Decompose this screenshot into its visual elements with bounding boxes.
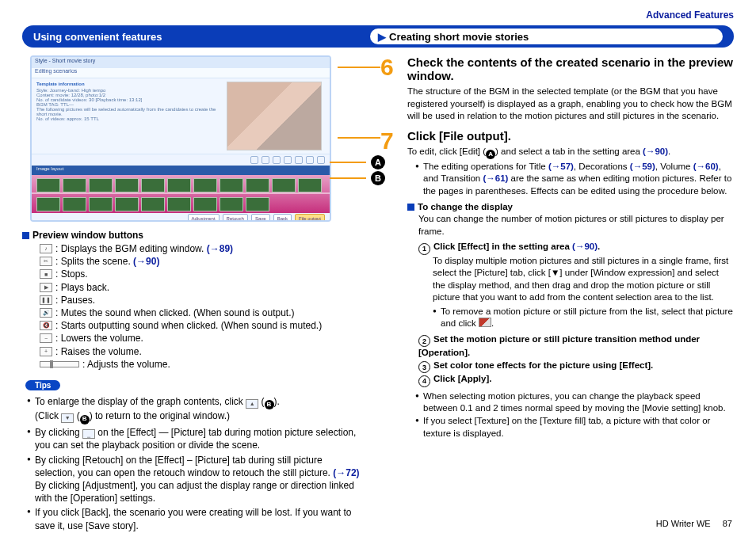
bgm-count: No. of videos: approx. 15 TTL xyxy=(36,116,222,121)
substep-1: 1Click [Effect] in the setting area (→90… xyxy=(418,241,734,330)
timeline-icon: ⎯ xyxy=(82,429,95,439)
banner-right-title: ▶ Creating short movie stories xyxy=(370,29,723,44)
substep-2: 2Set the motion picture or still picture… xyxy=(418,333,734,360)
step-7-body: To edit, click [Edit] (A) and select a t… xyxy=(407,146,734,440)
split-icon: ✂ xyxy=(40,257,52,266)
step-7: 7 Click [File output]. To edit, click [E… xyxy=(380,129,734,440)
page-number: 87 xyxy=(723,519,732,528)
banner-left-title: Using convenient features xyxy=(33,31,370,43)
step-7-title: Click [File output]. xyxy=(407,129,734,143)
screenshot-figure: Style - Short movie story Editing scenar… xyxy=(22,55,363,230)
substep-1-sub: To remove a motion picture or still pict… xyxy=(433,306,734,330)
preview-buttons-heading: Preview window buttons xyxy=(22,230,363,241)
control-icon xyxy=(262,156,269,164)
play-icon: ▶ xyxy=(40,283,52,292)
bgm-note: The following pictures will be selected … xyxy=(36,107,222,116)
callout-a-ref: A xyxy=(486,150,495,159)
section-header: Advanced Features xyxy=(22,10,734,21)
graph-label: Image layout xyxy=(32,166,330,175)
chapter-banner: Using convenient features ▶ Creating sho… xyxy=(22,25,734,48)
step7-note-edit-ops: The editing operations for Title (→57), … xyxy=(415,161,734,198)
mute-icon: 🔊 xyxy=(40,308,52,318)
banner-subtitle: Creating short movie stories xyxy=(389,31,529,43)
tips-badge: Tips xyxy=(25,380,60,390)
control-icon xyxy=(273,156,281,164)
b10-text: : Adjusts the volume. xyxy=(82,358,170,371)
connector-line xyxy=(338,67,380,68)
preview-buttons-list: ♪: Displays the BGM editing window. (→89… xyxy=(40,242,363,371)
save-button: Save xyxy=(251,214,270,222)
vol-slider-icon xyxy=(40,361,79,367)
window-titlebar: Style - Short movie story xyxy=(32,57,330,68)
ref-61[interactable]: (→61) xyxy=(483,173,508,183)
substep-3: 3Set color tone effects for the picture … xyxy=(418,360,734,374)
ref-90c[interactable]: (→90) xyxy=(572,242,598,251)
bottom-button-row: Adjustment Retouch Save Back File output xyxy=(32,213,330,222)
bgm-graph-area xyxy=(32,175,330,213)
ref-89[interactable]: (→89) xyxy=(207,243,233,254)
ref-57[interactable]: (→57) xyxy=(548,162,574,171)
tip-4: If you click [Back], the scenario you we… xyxy=(27,506,363,531)
substep-4: 4Click [Apply]. xyxy=(418,373,734,387)
panel-title: Template information xyxy=(36,82,222,86)
step-6: 6 Check the contents of the created scen… xyxy=(380,55,734,123)
triangle-right-icon: ▶ xyxy=(378,31,386,43)
substep-1-body: To display multiple motion pictures and … xyxy=(433,255,734,304)
window-tab: Editing scenarios xyxy=(32,68,330,78)
circled-3-icon: 3 xyxy=(418,361,430,373)
b3-text: : Stops. xyxy=(55,268,88,280)
bgm-edit-icon: ♪ xyxy=(40,244,52,253)
step-6-title: Check the contents of the created scenar… xyxy=(407,55,734,82)
circled-4-icon: 4 xyxy=(418,375,430,387)
step7-note-texture: If you select [Texture] on the [Texture … xyxy=(415,415,734,440)
file-output-button: File output xyxy=(295,214,325,222)
player-controls-row xyxy=(32,154,330,166)
ref-90b[interactable]: (→90) xyxy=(643,147,668,156)
page-footer: HD Writer WE 87 xyxy=(656,519,732,528)
adjustment-button: Adjustment xyxy=(188,214,220,222)
preview-photo xyxy=(227,82,322,150)
app-window-mock: Style - Short movie story Editing scenar… xyxy=(30,55,331,222)
ref-72[interactable]: (→72) xyxy=(333,467,359,478)
tip-2: By clicking ⎯ on the [Effect] — [Picture… xyxy=(27,426,363,452)
template-info-panel: Template information Style: Journey-band… xyxy=(32,78,227,154)
b1-text: : Displays the BGM editing window. (→89) xyxy=(55,242,233,255)
unmute-icon: 🔇 xyxy=(40,321,52,330)
expand-icon: ▲ xyxy=(246,399,258,409)
b4-text: : Plays back. xyxy=(55,281,109,294)
stop-icon: ■ xyxy=(40,269,52,279)
control-icon xyxy=(295,156,303,164)
callout-b: B xyxy=(330,171,385,185)
connector-line-7 xyxy=(338,137,380,139)
b7-text: : Starts outputting sound when clicked. … xyxy=(55,319,322,332)
delete-icon xyxy=(479,318,491,327)
step7-note-speed: When selecting motion pictures, you can … xyxy=(415,390,734,415)
control-icon xyxy=(317,156,325,164)
product-name: HD Writer WE xyxy=(656,519,711,528)
circled-2-icon: 2 xyxy=(418,335,430,347)
back-button: Back xyxy=(273,214,292,222)
preview-buttons-title: Preview window buttons xyxy=(32,230,143,241)
ref-60[interactable]: (→60) xyxy=(693,162,719,171)
b5-text: : Pauses. xyxy=(55,294,95,306)
vol-up-icon: + xyxy=(40,347,52,356)
step-6-body: The structure of the BGM in the selected… xyxy=(407,86,734,123)
b8-text: : Lowers the volume. xyxy=(55,332,143,345)
ref-59[interactable]: (→59) xyxy=(630,162,655,171)
step-6-number: 6 xyxy=(380,55,394,79)
ref-90a[interactable]: (→90) xyxy=(133,256,159,267)
blue-square-icon-2 xyxy=(407,204,414,211)
tips-list: To enlarge the display of the graph cont… xyxy=(27,395,363,532)
blue-square-icon xyxy=(22,232,29,239)
change-display-body: You can change the number of motion pict… xyxy=(418,213,734,238)
callout-b-ref: B xyxy=(265,400,274,409)
circled-1-icon: 1 xyxy=(418,243,430,255)
callout-a: A xyxy=(330,155,385,169)
b6-text: : Mutes the sound when clicked. (When so… xyxy=(55,306,295,319)
control-icon xyxy=(306,156,314,164)
step-7-number: 7 xyxy=(380,129,394,153)
thumbnail-strip xyxy=(36,178,325,211)
b2-text: : Splits the scene. (→90) xyxy=(55,255,159,268)
callout-b-ref2: B xyxy=(80,415,90,424)
tip-3: By clicking [Retouch] on the [Effect] – … xyxy=(27,454,363,505)
